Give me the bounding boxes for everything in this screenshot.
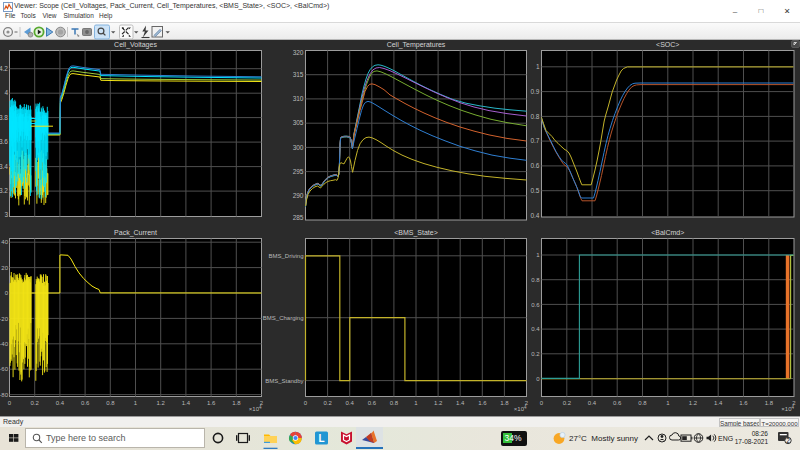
svg-text:295: 295 [293,168,304,175]
svg-text:BMS_Charging: BMS_Charging [263,315,304,321]
svg-text:0.2: 0.2 [563,400,572,406]
svg-text:2: 2 [786,437,790,444]
svg-text:290: 290 [293,192,304,199]
svg-text:<SOC>: <SOC> [656,41,679,48]
svg-text:0.6: 0.6 [613,400,622,406]
svg-text:0.4: 0.4 [588,400,597,406]
svg-text:300: 300 [293,144,304,151]
svg-text:1.8: 1.8 [232,400,241,406]
svg-text:0.8: 0.8 [390,400,399,406]
svg-text:320: 320 [293,49,304,56]
svg-text:0.8: 0.8 [106,400,115,406]
svg-text:285: 285 [293,214,304,221]
svg-text:0.8: 0.8 [530,113,539,120]
svg-text:0.4: 0.4 [346,400,355,406]
svg-text:<BalCmd>: <BalCmd> [651,229,684,236]
svg-text:Cell_Temperatures: Cell_Temperatures [387,41,446,49]
svg-text:1.2: 1.2 [434,400,443,406]
svg-text:-60: -60 [0,366,9,372]
svg-text:-40: -40 [0,341,9,347]
svg-text:1.6: 1.6 [739,400,748,406]
svg-text:3.4: 3.4 [0,163,8,170]
svg-text:0.7: 0.7 [530,137,539,144]
svg-text:-80: -80 [0,392,9,398]
svg-text:4.2: 4.2 [0,65,8,72]
svg-text:-20: -20 [0,316,9,322]
svg-text:0.2: 0.2 [323,400,332,406]
svg-text:20: 20 [1,265,8,271]
svg-text:Pack_Current: Pack_Current [114,229,157,237]
svg-text:1.8: 1.8 [500,400,509,406]
svg-text:0.5: 0.5 [530,187,539,194]
svg-text:0.8: 0.8 [638,400,647,406]
svg-text:40: 40 [1,239,8,245]
svg-text:ENG: ENG [718,435,733,442]
svg-text:0.4: 0.4 [530,212,539,219]
svg-text:<BMS_State>: <BMS_State> [394,229,438,237]
svg-text:3.8: 3.8 [0,114,8,121]
svg-text:BMS_Driving: BMS_Driving [268,253,303,259]
svg-text:1: 1 [536,63,540,70]
svg-text:1.2: 1.2 [689,400,698,406]
svg-text:1.8: 1.8 [765,400,774,406]
svg-text:1.2: 1.2 [157,400,166,406]
svg-text:305: 305 [293,119,304,126]
svg-text:0.4: 0.4 [531,326,540,332]
svg-text:1.4: 1.4 [456,400,465,406]
svg-text:0.2: 0.2 [31,400,40,406]
svg-text:0.9: 0.9 [530,88,539,95]
svg-text:0.2: 0.2 [531,351,540,357]
svg-text:1.6: 1.6 [478,400,487,406]
svg-text:0.6: 0.6 [531,302,540,308]
svg-text:0.6: 0.6 [530,162,539,169]
svg-text:3.6: 3.6 [0,138,8,145]
svg-text:0.6: 0.6 [81,400,90,406]
svg-text:3: 3 [4,211,8,218]
svg-text:1.6: 1.6 [207,400,216,406]
svg-text:0.6: 0.6 [368,400,377,406]
svg-text:4: 4 [4,89,8,96]
svg-text:BMS_Standby: BMS_Standby [265,378,303,384]
svg-text:1.4: 1.4 [714,400,723,406]
svg-text:315: 315 [293,71,304,78]
svg-text:3.2: 3.2 [0,187,8,194]
svg-text:1.4: 1.4 [182,400,191,406]
svg-text:L: L [318,433,324,444]
svg-text:0.8: 0.8 [531,277,540,283]
svg-text:310: 310 [293,95,304,102]
svg-text:0.4: 0.4 [56,400,65,406]
svg-text:Cell_Voltages: Cell_Voltages [114,41,157,49]
